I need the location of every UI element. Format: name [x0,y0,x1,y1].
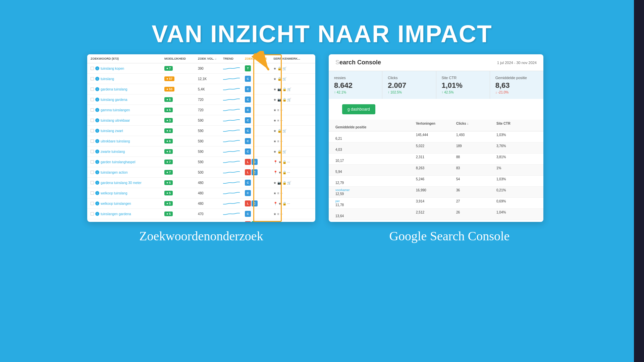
kw-checkbox[interactable] [91,150,94,153]
kw-label: tuinslang kopen [101,67,124,70]
sc-row-clicks: 83 [456,166,496,170]
table-row: i tuinslangen kopen ● 7 390 LT 📍 ≡ ··· [87,219,315,222]
kw-difficulty: ● 5 [164,201,198,206]
intent-badge: L [245,221,251,222]
sc-row-clicks: 189 [456,144,496,148]
kw-volume: 470 [198,212,223,216]
sc-row-query [335,144,416,148]
difficulty-badge: ● 5 [164,212,173,216]
sc-row-vertoningen: 5,201 [416,222,456,222]
kw-checkbox[interactable] [91,77,94,80]
sc-title: Search Console [335,59,381,66]
kw-difficulty: ● 5 [164,191,198,195]
dashboard-button[interactable]: g dashboard [342,104,375,114]
kw-checkbox[interactable] [91,98,94,101]
kw-checkbox[interactable] [91,67,94,70]
sc-metric-change: ↑ 42.5% [442,90,484,94]
kw-checkbox[interactable] [91,171,94,174]
kw-volume: 480 [198,191,223,195]
kw-label: tuinslangen action [101,171,128,174]
sc-row-ctr: 0,17% [496,222,537,222]
sc-row-clicks: 36 [456,188,496,192]
trend-chart [223,86,240,93]
kw-volume: 720 [198,108,223,112]
intent-badge: T [245,65,251,71]
kw-serp: ★ ≡ ··· [273,191,304,195]
sc-row-clicks: 26 [456,210,496,214]
sc-row-clicks: 9 [456,222,496,222]
sc-metric-label: Clicks [388,76,430,80]
intent-badge: L [245,200,251,206]
kw-trend [223,96,245,103]
intent-badge: C [252,169,258,175]
intent-badge: C [245,107,251,113]
table-row: nen 5,201 9 0,17% 31,95 [329,220,543,222]
table-row: i tuinslangen action ● 7 500 LC 📍 ★ 🔒 ··… [87,167,315,178]
kw-info-icon: i [95,201,99,205]
sc-row-ctr: 1,03% [496,133,537,137]
difficulty-badge: ● 7 [164,66,173,71]
kw-trend [223,117,245,124]
sc-metric-change: ↑ 102.5% [388,90,430,94]
kw-checkbox[interactable] [91,129,94,132]
kw-serp: ★ ≡ ··· [273,212,304,216]
table-row: i uitrekbare tuinslang ● 6 590 C ★ ≡ ··· [87,136,315,146]
kw-name: i gardena tuinslang [91,87,164,91]
kw-serp: ★ 📷 🔒 🛒 [273,181,304,185]
kw-label: tuinslang gardena [101,98,127,102]
kw-difficulty: ● 53 [164,87,198,92]
kw-checkbox[interactable] [91,119,94,122]
kw-trend [223,221,245,222]
kw-checkbox[interactable] [91,108,94,112]
kw-difficulty: ● 7 [164,66,198,71]
kw-label: tuinslang [101,77,114,81]
intent-badge: C [245,86,251,92]
table-row: 2,311 88 3,81% 10,17 [329,154,543,165]
sc-row-clicks: 27 [456,199,496,203]
sc-metric-card: Site CTR 1,01% ↑ 42.5% [436,71,490,99]
sc-row-vertoningen: 2,512 [416,210,456,214]
intent-badge: L [245,169,251,175]
kw-difficulty: ● 57 [164,76,198,81]
sc-row-ctr: 1,04% [496,210,537,214]
kw-checkbox[interactable] [91,139,94,143]
table-row: i tuinslang ● 57 12,1K C ★ 🔒 🛒 [87,74,315,84]
table-row: i tuinslang zwart ● 4 590 C ★ 🔒 🛒 [87,126,315,136]
table-row: per 3,914 27 0,69% 11,78 [329,198,543,209]
sc-header: Search Console 1 jul 2024 - 30 nov 2024 [329,54,543,71]
kw-name: i uitrekbare tuinslang [91,139,164,143]
difficulty-badge: ● 8 [164,149,173,154]
kw-checkbox[interactable] [91,202,94,205]
kw-intent: LC [245,169,273,175]
kw-serp: ★ 📷 🔒 🛒 [273,87,304,91]
kw-serp: ★ 🔒 🛒 [273,150,304,154]
difficulty-badge: ● 5 [164,108,173,112]
table-row: i gardena tuinslang ● 53 5,4K C ★ 📷 🔒 🛒 [87,84,315,95]
kw-label: tuinslangen gardena [101,212,131,216]
trend-chart [223,75,240,82]
kw-checkbox[interactable] [91,212,94,216]
table-row: 2,512 26 1,04% 13,64 [329,209,543,220]
kw-volume: 720 [198,98,223,102]
intent-badge: C [245,148,251,155]
sc-metric-label: Gemiddelde positie [495,76,538,80]
sc-row-query [335,133,416,137]
table-row: i tuinslang uitrekbaar ● 3 590 C ★ ≡ ··· [87,115,315,126]
kw-intent: LC [245,159,273,165]
difficulty-badge: ● 5 [164,201,173,206]
intent-badge: C [245,190,251,196]
kw-info-icon: i [95,139,99,143]
kw-info-icon: i [95,108,99,112]
kw-checkbox[interactable] [91,87,94,91]
kw-checkbox[interactable] [91,181,94,184]
kw-trend [223,159,245,165]
keyword-panel: ZOEKWOORD (873) MOEILIJKHEID ZOEK VOL. ↓… [87,54,315,222]
sc-metric-label: Site CTR [442,76,484,80]
sc-row-vertoningen: 16,990 [416,188,456,192]
kw-checkbox[interactable] [91,160,94,164]
kw-serp: 📍 ★ 🔒 ··· [273,160,304,164]
kw-volume: 480 [198,181,223,185]
kw-checkbox[interactable] [91,191,94,195]
trend-chart [223,159,240,165]
kw-label: welkoop tuinslang [101,191,127,195]
